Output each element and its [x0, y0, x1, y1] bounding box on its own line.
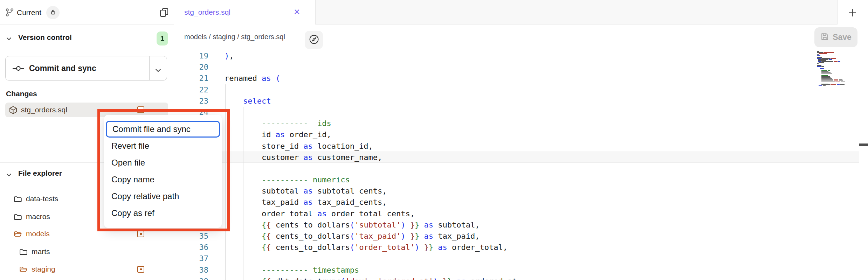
branch-readonly-chip — [46, 6, 60, 19]
code-line: 35 {{ cents_to_dollars('tax_paid') }} as… — [174, 231, 859, 242]
lineage-compass-chip[interactable] — [305, 31, 323, 49]
overview-ruler-cursor-mark — [859, 144, 868, 146]
tree-item-staging[interactable]: staging — [0, 263, 174, 275]
folder-open-icon — [20, 266, 27, 273]
code-line: 34 {{ cents_to_dollars('subtotal') }} as… — [174, 219, 859, 231]
breadcrumb: models / staging / stg_orders.sql — [184, 33, 285, 41]
overview-ruler[interactable] — [859, 50, 868, 280]
new-tab-plus-icon[interactable] — [848, 9, 856, 18]
code-line: 36 {{ cents_to_dollars('order_total') }}… — [174, 242, 859, 253]
file-explorer-collapse-icon[interactable] — [6, 172, 12, 178]
button-split-divider — [149, 56, 150, 80]
code-lines: 19),2021renamed as (2223 select2425 ----… — [174, 50, 859, 280]
code-line: 19), — [174, 50, 859, 62]
tab-bar-right-section — [837, 0, 868, 24]
git-branch-icon — [6, 8, 14, 18]
compass-icon — [309, 34, 319, 46]
code-line: 21renamed as ( — [174, 73, 859, 84]
code-line: 29 — [174, 163, 859, 174]
code-line: 25 ---------- ids — [174, 118, 859, 129]
folder-icon — [14, 214, 22, 220]
save-button[interactable]: Save — [814, 27, 857, 47]
folder-icon — [20, 248, 27, 255]
file-context-menu: Commit file and syncRevert fileOpen file… — [104, 115, 222, 228]
branch-bar: Current — [0, 0, 174, 24]
lock-icon — [50, 9, 56, 17]
file-explorer-title: File explorer — [18, 169, 62, 177]
code-line: 28 customer as customer_name, — [174, 152, 859, 163]
save-icon — [820, 32, 829, 42]
tab-strip-empty — [316, 0, 837, 24]
menu-item-copy-as-ref[interactable]: Copy as ref — [104, 205, 222, 222]
tree-item-label: staging — [32, 265, 55, 273]
code-line: 38 ---------- timestamps — [174, 265, 859, 276]
code-line: 26 id as order_id, — [174, 129, 859, 140]
code-line: 22 — [174, 84, 859, 96]
changes-count-badge: 1 — [157, 31, 168, 46]
code-line: 27 store_id as location_id, — [174, 141, 859, 152]
tree-item-label: marts — [32, 247, 50, 256]
tab-stg-orders[interactable]: stg_orders.sql ✕ — [174, 0, 316, 24]
code-editor[interactable]: 19),2021renamed as (2223 select2425 ----… — [174, 50, 859, 280]
tab-close-icon[interactable]: ✕ — [294, 7, 300, 17]
code-line: 33 order_total as order_total_cents, — [174, 208, 859, 219]
commit-icon — [13, 65, 24, 71]
commit-and-sync-label: Commit and sync — [29, 64, 96, 73]
tree-item-marts[interactable]: marts — [0, 246, 174, 258]
modified-folder-badge — [137, 231, 144, 237]
model-cube-icon — [9, 106, 18, 114]
minimap[interactable] — [817, 51, 858, 86]
code-line: 32 tax_paid as tax_paid_cents, — [174, 197, 859, 208]
tree-item-models[interactable]: models — [0, 228, 174, 240]
commit-options-chevron-icon[interactable] — [155, 67, 161, 74]
save-label: Save — [833, 33, 852, 42]
modified-folder-badge — [137, 266, 144, 273]
code-line: 23 select — [174, 96, 859, 107]
tree-item-label: data-tests — [26, 195, 58, 203]
tree-item-label: macros — [26, 212, 50, 221]
code-line: 39 {{ dbt.date_trunc('day', 'ordered_at'… — [174, 276, 859, 280]
modified-file-badge — [137, 106, 144, 113]
code-line: 30 ---------- numerics — [174, 174, 859, 186]
menu-item-copy-name[interactable]: Copy name — [104, 171, 222, 188]
branch-name[interactable]: Current — [17, 8, 41, 17]
code-line: 37 — [174, 253, 859, 264]
menu-item-commit-file-and-sync[interactable]: Commit file and sync — [106, 121, 220, 138]
commit-and-sync-button[interactable]: Commit and sync — [5, 56, 167, 80]
app: Current Version control — [0, 0, 868, 280]
tree-item-label: models — [26, 230, 50, 238]
folder-open-icon — [14, 231, 22, 237]
version-control-title: Version control — [18, 33, 72, 42]
changes-title: Changes — [6, 90, 37, 98]
version-control-collapse-icon[interactable] — [6, 35, 12, 42]
folder-icon — [14, 196, 22, 202]
code-line: 20 — [174, 62, 859, 73]
copy-branch-icon[interactable] — [159, 7, 169, 19]
tab-label: stg_orders.sql — [184, 8, 230, 16]
code-line: 24 — [174, 107, 859, 118]
menu-item-open-file[interactable]: Open file — [104, 154, 222, 171]
menu-item-copy-relative-path[interactable]: Copy relative path — [104, 188, 222, 205]
menu-item-revert-file[interactable]: Revert file — [104, 138, 222, 154]
editor-header: models / staging / stg_orders.sql Save — [174, 24, 868, 50]
code-line: 31 subtotal as subtotal_cents, — [174, 186, 859, 197]
changed-file-name: stg_orders.sql — [21, 106, 67, 114]
